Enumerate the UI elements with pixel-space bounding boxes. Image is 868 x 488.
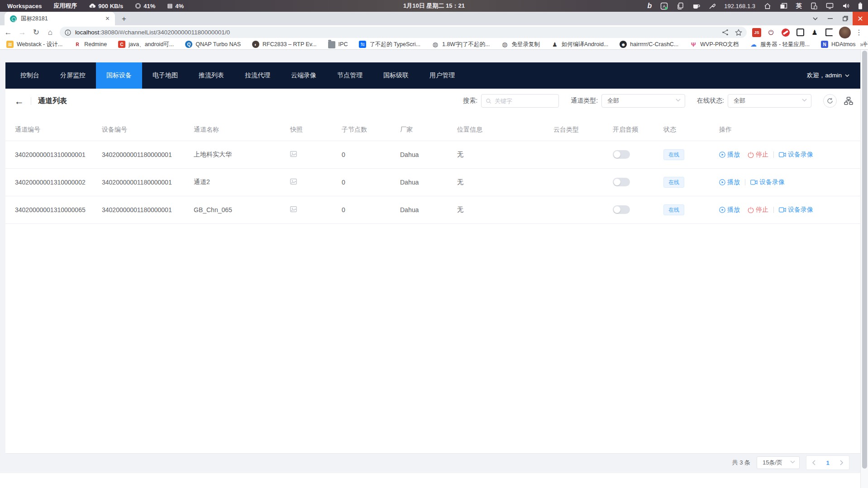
play-button[interactable]: 播放 (719, 151, 740, 159)
scrollbar-thumb[interactable] (862, 51, 867, 469)
bookmark-favicon (551, 41, 558, 48)
bookmark-item[interactable]: RFC2833 – RTP Ev... (252, 41, 317, 48)
bookmark-item[interactable]: 服务器 - 轻量应用... (750, 41, 810, 48)
bookmark-item[interactable]: hairrrrr/C-CrashC... (620, 41, 678, 48)
ext-pin-icon[interactable]: ♟ (810, 28, 819, 37)
profile-avatar[interactable] (839, 27, 851, 38)
bookmark-item[interactable]: 了不起的 TypeScri... (359, 41, 420, 48)
online-status-select[interactable]: 全部 (728, 94, 811, 108)
search-input[interactable] (495, 98, 554, 104)
coffee-tray-icon[interactable] (692, 3, 700, 9)
ip-address-indicator[interactable]: 192.168.1.3 (724, 3, 755, 9)
new-tab-button[interactable]: + (119, 14, 129, 24)
snapshot-image-icon[interactable] (290, 179, 297, 186)
ext-wine-icon[interactable]: ⏻ (767, 28, 776, 37)
snapshot-image-icon[interactable] (290, 151, 297, 158)
bookmark-item[interactable]: java、android可... (118, 41, 174, 48)
device-record-button[interactable]: 设备录像 (779, 206, 813, 214)
bookmark-item[interactable]: IPC (328, 40, 348, 48)
stop-button[interactable]: 停止 (748, 206, 768, 214)
phone-link-tray-icon[interactable] (811, 2, 817, 9)
bookmark-item[interactable]: Redmine (74, 41, 107, 48)
back-button[interactable]: ← (2, 27, 14, 38)
play-button[interactable]: 播放 (719, 178, 740, 186)
home-tray-icon[interactable] (764, 3, 771, 9)
forward-button[interactable]: → (16, 27, 28, 38)
bookmark-item[interactable]: Webstack - 设计... (6, 41, 62, 48)
input-method-tray-icon[interactable]: A (660, 2, 668, 10)
user-menu[interactable]: 欢迎，admin (807, 62, 860, 89)
bookmark-item[interactable]: 如何编译Android... (551, 41, 609, 48)
current-page[interactable]: 1 (821, 460, 835, 466)
stop-icon (748, 152, 754, 158)
window-minimize-button[interactable] (823, 12, 838, 25)
address-bar[interactable]: localhost:38080/#/channelList/3402000000… (60, 27, 747, 38)
ext-screenshot-icon[interactable] (796, 28, 805, 37)
window-restore-button[interactable] (838, 12, 853, 25)
bookmarks-overflow-icon[interactable]: » (856, 39, 863, 49)
cell-children: 0 (342, 141, 400, 168)
col-children: 子节点数 (342, 119, 400, 141)
page-size-select[interactable]: 15条/页 (757, 456, 800, 469)
tab-search-icon[interactable] (808, 12, 823, 25)
bookmark-item[interactable]: QNAP Turbo NAS (185, 41, 241, 48)
bing-tray-icon[interactable]: b (648, 2, 652, 9)
channel-type-select[interactable]: 全部 (601, 94, 685, 108)
play-button[interactable]: 播放 (719, 206, 740, 214)
device-record-button[interactable]: 设备录像 (750, 178, 785, 186)
table-row: 34020000001310000001 3402000000118000000… (5, 141, 860, 168)
audio-toggle[interactable] (613, 205, 630, 214)
reload-button[interactable]: ↻ (30, 27, 42, 38)
refresh-button[interactable] (823, 94, 837, 108)
col-channel-id: 通道编号 (5, 119, 102, 141)
nav-item-split-monitor[interactable]: 分屏监控 (50, 62, 96, 89)
nav-item-node-manage[interactable]: 节点管理 (327, 62, 373, 89)
page-scrollbar[interactable] (860, 50, 868, 488)
browser-menu-icon[interactable]: ⋮ (855, 28, 863, 37)
color-picker-tray-icon[interactable] (709, 3, 715, 9)
ext-adblock-icon[interactable] (781, 28, 790, 37)
col-channel-name: 通道名称 (194, 119, 290, 141)
tree-view-button[interactable] (844, 97, 853, 105)
pager-group: 1 (806, 455, 849, 470)
ext-js-icon[interactable]: JS (752, 28, 761, 37)
battery-tray-icon[interactable] (858, 2, 863, 9)
clipboard-tray-icon[interactable] (677, 2, 684, 9)
nav-item-console[interactable]: 控制台 (10, 62, 50, 89)
browser-home-button[interactable]: ⌂ (44, 27, 56, 38)
bookmark-star-icon[interactable] (735, 29, 742, 36)
volume-tray-icon[interactable] (842, 3, 849, 9)
nav-item-push-list[interactable]: 推流列表 (188, 62, 234, 89)
workspaces-button[interactable]: Workspaces (7, 3, 42, 9)
display-tray-icon[interactable] (826, 3, 834, 9)
nav-item-gb-cascade[interactable]: 国标级联 (373, 62, 419, 89)
ext-frame-icon[interactable] (825, 28, 834, 37)
browser-toolbar: ← → ↻ ⌂ localhost:38080/#/channelList/34… (0, 25, 868, 39)
applications-button[interactable]: 应用程序 (53, 2, 77, 10)
cell-vendor: Dahua (400, 196, 457, 223)
nav-item-gb-devices[interactable]: 国标设备 (96, 62, 142, 89)
nav-item-user-manage[interactable]: 用户管理 (419, 62, 465, 89)
nav-item-e-map[interactable]: 电子地图 (142, 62, 188, 89)
bookmark-item[interactable]: WVP-PRO文档 (690, 41, 739, 48)
windows-tray-icon[interactable] (780, 3, 787, 9)
audio-toggle[interactable] (613, 178, 630, 186)
back-arrow-button[interactable]: ← (14, 96, 24, 106)
nav-item-cloud-record[interactable]: 云端录像 (281, 62, 327, 89)
language-indicator[interactable]: 英 (796, 2, 802, 10)
audio-toggle[interactable] (613, 150, 630, 159)
next-page-button[interactable] (835, 456, 849, 469)
tab-close-icon[interactable]: ✕ (104, 15, 111, 23)
window-close-button[interactable]: ✕ (853, 12, 868, 25)
snapshot-image-icon[interactable] (290, 206, 297, 213)
share-icon[interactable] (722, 29, 729, 36)
prev-page-button[interactable] (806, 456, 821, 469)
bookmark-item[interactable]: 1.8W字|了不起的... (432, 41, 490, 48)
nav-item-pull-proxy[interactable]: 拉流代理 (234, 62, 281, 89)
device-record-button[interactable]: 设备录像 (779, 151, 813, 159)
site-info-icon[interactable] (65, 29, 71, 36)
browser-tab[interactable]: 国标28181 ✕ (5, 12, 115, 25)
bookmark-item[interactable]: 免登录复制 (501, 41, 540, 48)
play-icon (719, 207, 725, 213)
stop-button[interactable]: 停止 (748, 151, 768, 159)
